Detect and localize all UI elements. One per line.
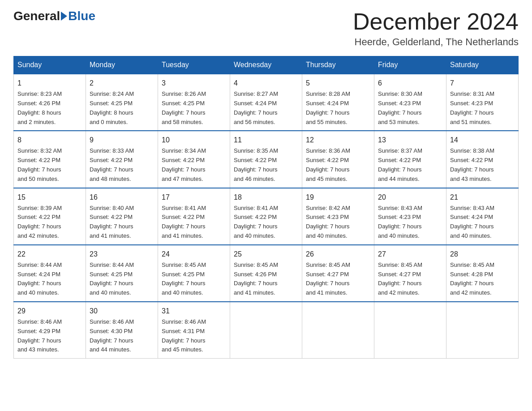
calendar-empty-cell [230, 302, 302, 359]
calendar-empty-cell [374, 302, 446, 359]
calendar-day-cell: 8 Sunrise: 8:32 AMSunset: 4:22 PMDayligh… [14, 131, 86, 188]
day-number: 12 [306, 135, 370, 146]
day-number: 26 [306, 249, 370, 260]
calendar-header-friday: Friday [374, 56, 446, 74]
day-info: Sunrise: 8:34 AMSunset: 4:22 PMDaylight:… [162, 146, 226, 184]
day-number: 11 [234, 135, 298, 146]
logo-blue-text: Blue [68, 9, 95, 23]
calendar-table: SundayMondayTuesdayWednesdayThursdayFrid… [13, 56, 519, 359]
day-info: Sunrise: 8:36 AMSunset: 4:22 PMDaylight:… [306, 146, 370, 184]
day-info: Sunrise: 8:37 AMSunset: 4:22 PMDaylight:… [378, 146, 442, 184]
calendar-day-cell: 6 Sunrise: 8:30 AMSunset: 4:23 PMDayligh… [374, 74, 446, 131]
title-area: December 2024 Heerde, Gelderland, The Ne… [353, 9, 519, 48]
calendar-day-cell: 26 Sunrise: 8:45 AMSunset: 4:27 PMDaylig… [302, 245, 374, 302]
day-number: 24 [162, 249, 226, 260]
calendar-day-cell: 10 Sunrise: 8:34 AMSunset: 4:22 PMDaylig… [158, 131, 230, 188]
calendar-header-row: SundayMondayTuesdayWednesdayThursdayFrid… [14, 56, 519, 74]
header: General Blue December 2024 Heerde, Gelde… [13, 9, 519, 48]
day-info: Sunrise: 8:39 AMSunset: 4:22 PMDaylight:… [17, 204, 82, 241]
calendar-day-cell: 18 Sunrise: 8:41 AMSunset: 4:22 PMDaylig… [230, 188, 302, 245]
calendar-day-cell: 25 Sunrise: 8:45 AMSunset: 4:26 PMDaylig… [230, 245, 302, 302]
day-info: Sunrise: 8:44 AMSunset: 4:24 PMDaylight:… [17, 261, 82, 298]
calendar-day-cell: 16 Sunrise: 8:40 AMSunset: 4:22 PMDaylig… [86, 188, 158, 245]
day-info: Sunrise: 8:38 AMSunset: 4:22 PMDaylight:… [450, 146, 515, 184]
day-info: Sunrise: 8:27 AMSunset: 4:24 PMDaylight:… [234, 90, 298, 127]
day-info: Sunrise: 8:46 AMSunset: 4:31 PMDaylight:… [162, 317, 226, 355]
logo-general-text: General [13, 9, 60, 23]
calendar-header-sunday: Sunday [14, 56, 86, 74]
day-info: Sunrise: 8:30 AMSunset: 4:23 PMDaylight:… [378, 90, 442, 127]
day-number: 5 [306, 78, 370, 89]
calendar-empty-cell [302, 302, 374, 359]
day-number: 31 [162, 306, 226, 317]
calendar-day-cell: 22 Sunrise: 8:44 AMSunset: 4:24 PMDaylig… [14, 245, 86, 302]
day-number: 21 [450, 192, 515, 203]
calendar-day-cell: 30 Sunrise: 8:46 AMSunset: 4:30 PMDaylig… [86, 302, 158, 359]
logo: General Blue [13, 9, 95, 23]
calendar-header-thursday: Thursday [302, 56, 374, 74]
day-info: Sunrise: 8:23 AMSunset: 4:26 PMDaylight:… [17, 90, 82, 127]
day-number: 6 [378, 78, 442, 89]
calendar-day-cell: 13 Sunrise: 8:37 AMSunset: 4:22 PMDaylig… [374, 131, 446, 188]
day-info: Sunrise: 8:43 AMSunset: 4:24 PMDaylight:… [450, 204, 515, 241]
calendar-empty-cell [446, 302, 519, 359]
calendar-week-row: 1 Sunrise: 8:23 AMSunset: 4:26 PMDayligh… [14, 74, 519, 131]
day-number: 10 [162, 135, 226, 146]
day-info: Sunrise: 8:46 AMSunset: 4:29 PMDaylight:… [17, 317, 82, 355]
day-number: 15 [17, 192, 82, 203]
day-number: 3 [162, 78, 226, 89]
calendar-day-cell: 9 Sunrise: 8:33 AMSunset: 4:22 PMDayligh… [86, 131, 158, 188]
calendar-day-cell: 21 Sunrise: 8:43 AMSunset: 4:24 PMDaylig… [446, 188, 519, 245]
calendar-header-monday: Monday [86, 56, 158, 74]
calendar-day-cell: 19 Sunrise: 8:42 AMSunset: 4:23 PMDaylig… [302, 188, 374, 245]
calendar-header-saturday: Saturday [446, 56, 519, 74]
day-info: Sunrise: 8:28 AMSunset: 4:24 PMDaylight:… [306, 90, 370, 127]
calendar-day-cell: 1 Sunrise: 8:23 AMSunset: 4:26 PMDayligh… [14, 74, 86, 131]
day-info: Sunrise: 8:45 AMSunset: 4:28 PMDaylight:… [450, 261, 515, 298]
calendar-week-row: 8 Sunrise: 8:32 AMSunset: 4:22 PMDayligh… [14, 131, 519, 188]
location-title: Heerde, Gelderland, The Netherlands [353, 36, 519, 48]
calendar-day-cell: 3 Sunrise: 8:26 AMSunset: 4:25 PMDayligh… [158, 74, 230, 131]
day-info: Sunrise: 8:41 AMSunset: 4:22 PMDaylight:… [162, 204, 226, 241]
calendar-day-cell: 31 Sunrise: 8:46 AMSunset: 4:31 PMDaylig… [158, 302, 230, 359]
calendar-day-cell: 20 Sunrise: 8:43 AMSunset: 4:23 PMDaylig… [374, 188, 446, 245]
calendar-day-cell: 29 Sunrise: 8:46 AMSunset: 4:29 PMDaylig… [14, 302, 86, 359]
day-number: 20 [378, 192, 442, 203]
day-info: Sunrise: 8:46 AMSunset: 4:30 PMDaylight:… [90, 317, 154, 355]
day-info: Sunrise: 8:40 AMSunset: 4:22 PMDaylight:… [90, 204, 154, 241]
day-number: 16 [90, 192, 154, 203]
calendar-week-row: 22 Sunrise: 8:44 AMSunset: 4:24 PMDaylig… [14, 245, 519, 302]
calendar-week-row: 29 Sunrise: 8:46 AMSunset: 4:29 PMDaylig… [14, 302, 519, 359]
day-info: Sunrise: 8:32 AMSunset: 4:22 PMDaylight:… [17, 146, 82, 184]
day-number: 14 [450, 135, 515, 146]
calendar-day-cell: 17 Sunrise: 8:41 AMSunset: 4:22 PMDaylig… [158, 188, 230, 245]
day-info: Sunrise: 8:43 AMSunset: 4:23 PMDaylight:… [378, 204, 442, 241]
day-number: 9 [90, 135, 154, 146]
calendar-week-row: 15 Sunrise: 8:39 AMSunset: 4:22 PMDaylig… [14, 188, 519, 245]
day-info: Sunrise: 8:31 AMSunset: 4:23 PMDaylight:… [450, 90, 515, 127]
day-info: Sunrise: 8:35 AMSunset: 4:22 PMDaylight:… [234, 146, 298, 184]
day-number: 17 [162, 192, 226, 203]
day-number: 7 [450, 78, 515, 89]
day-number: 4 [234, 78, 298, 89]
calendar-day-cell: 27 Sunrise: 8:45 AMSunset: 4:27 PMDaylig… [374, 245, 446, 302]
day-number: 25 [234, 249, 298, 260]
day-number: 8 [17, 135, 82, 146]
day-info: Sunrise: 8:45 AMSunset: 4:25 PMDaylight:… [162, 261, 226, 298]
day-info: Sunrise: 8:26 AMSunset: 4:25 PMDaylight:… [162, 90, 226, 127]
day-info: Sunrise: 8:33 AMSunset: 4:22 PMDaylight:… [90, 146, 154, 184]
calendar-day-cell: 15 Sunrise: 8:39 AMSunset: 4:22 PMDaylig… [14, 188, 86, 245]
day-number: 13 [378, 135, 442, 146]
day-number: 22 [17, 249, 82, 260]
month-title: December 2024 [353, 9, 519, 34]
day-number: 19 [306, 192, 370, 203]
day-info: Sunrise: 8:41 AMSunset: 4:22 PMDaylight:… [234, 204, 298, 241]
logo-arrow-icon [61, 12, 67, 21]
day-number: 29 [17, 306, 82, 317]
calendar-header-tuesday: Tuesday [158, 56, 230, 74]
day-info: Sunrise: 8:45 AMSunset: 4:27 PMDaylight:… [378, 261, 442, 298]
calendar-day-cell: 14 Sunrise: 8:38 AMSunset: 4:22 PMDaylig… [446, 131, 519, 188]
calendar-day-cell: 11 Sunrise: 8:35 AMSunset: 4:22 PMDaylig… [230, 131, 302, 188]
day-number: 23 [90, 249, 154, 260]
calendar-day-cell: 7 Sunrise: 8:31 AMSunset: 4:23 PMDayligh… [446, 74, 519, 131]
